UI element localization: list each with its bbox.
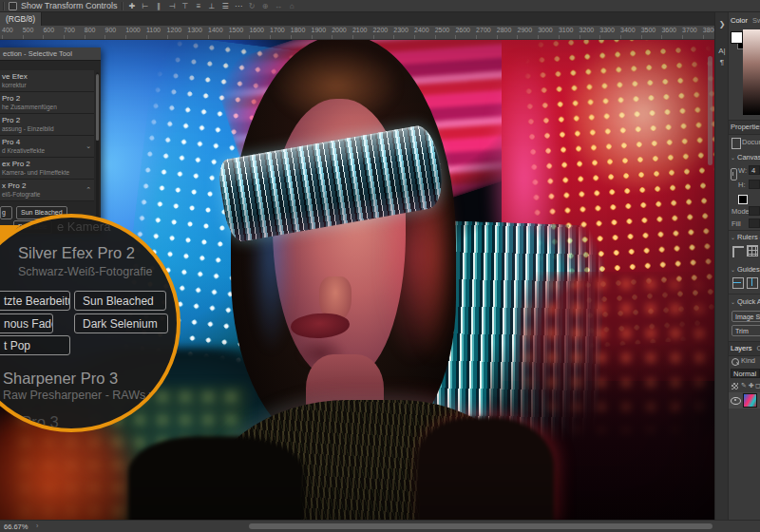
loupe-button-letzte-bearbeitung[interactable]: tzte Bearbeitung xyxy=(0,291,70,311)
document-tab[interactable]: (RGB/8) xyxy=(0,12,42,26)
move-tool-icon[interactable]: ✚ xyxy=(127,1,138,11)
ruler-tick-label: 3300 xyxy=(599,27,615,33)
ruler-tick-label: 2200 xyxy=(373,27,389,33)
blend-mode-dropdown[interactable]: Normal xyxy=(731,369,760,378)
height-field[interactable] xyxy=(749,180,760,189)
nik-filter-item-1[interactable]: Pro 2he Zusammenfügen xyxy=(0,92,94,114)
search-icon[interactable] xyxy=(732,358,739,366)
nik-filter-subtitle: Kamera- und Filmeffekte xyxy=(2,169,94,177)
color-gradient-field[interactable] xyxy=(743,29,760,115)
nik-filter-item-0[interactable]: ve Efexkorrektur xyxy=(0,70,94,92)
dolly-3d-icon[interactable]: ↔ xyxy=(274,1,284,11)
zoom-level-field[interactable]: 66.67% xyxy=(4,522,28,531)
loupe-ghost-text: e Kamera xyxy=(57,219,110,234)
lock-pixels-icon[interactable]: ✎ xyxy=(741,382,747,390)
grid-toggle-icon[interactable] xyxy=(747,245,758,256)
tab-channels[interactable]: Ch xyxy=(757,344,760,352)
scrollbar-thumb[interactable] xyxy=(96,74,99,141)
nik-filter-item-4[interactable]: ex Pro 2Kamera- und Filmeffekte xyxy=(0,158,94,180)
quick-actions-section-header[interactable]: ⌄Quick Actio xyxy=(731,297,760,306)
pan-3d-icon[interactable]: ⊕ xyxy=(260,1,271,11)
divider xyxy=(3,2,5,10)
trim-button[interactable]: Trim xyxy=(732,325,760,336)
loupe-button-pop[interactable]: t Pop xyxy=(0,335,70,355)
loupe-button-luminous-fade[interactable]: nous Fade xyxy=(0,314,53,333)
lock-all-icon[interactable]: ◻ xyxy=(755,382,760,390)
tab-layers[interactable]: Layers xyxy=(731,344,752,352)
image-size-button[interactable]: Image Si xyxy=(732,311,760,322)
preset-button-cut[interactable]: g xyxy=(0,206,12,219)
ruler-tick-label: 2600 xyxy=(455,27,470,33)
vertical-scrollbar[interactable] xyxy=(707,39,713,520)
chevron-down-icon[interactable]: ⌄ xyxy=(86,142,91,150)
tab-swatches[interactable]: Swa xyxy=(752,16,760,25)
options-bar-icons: ✚⊢∥⊣⊤≡⊥☰⋯↻⊕↔⌂ xyxy=(127,1,297,11)
align-left-icon[interactable]: ⊢ xyxy=(141,1,151,11)
divider xyxy=(122,2,124,10)
horizontal-ruler[interactable]: 4005006007008009001000110012001300140015… xyxy=(0,26,714,40)
link-dimensions-icon[interactable] xyxy=(731,168,737,180)
distribute-icon[interactable]: ☰ xyxy=(220,1,231,11)
align-top-icon[interactable]: ⊤ xyxy=(180,1,191,11)
ruler-tick-label: 2500 xyxy=(435,27,450,33)
lock-position-icon[interactable]: ✚ xyxy=(749,382,754,390)
align-bottom-icon[interactable]: ⊥ xyxy=(207,1,218,11)
align-center-h-icon[interactable]: ∥ xyxy=(154,1,164,11)
horizontal-scrollbar-thumb[interactable] xyxy=(249,523,712,529)
mode-dropdown[interactable] xyxy=(749,206,760,216)
foreground-color-swatch[interactable] xyxy=(731,31,743,44)
layer-row[interactable] xyxy=(729,392,760,408)
reset-3d-icon[interactable]: ⌂ xyxy=(287,1,297,11)
guides-section-header[interactable]: ⌄Guides xyxy=(731,265,760,274)
ruler-tick-label: 700 xyxy=(64,27,75,33)
nik-panel-scrollbar[interactable] xyxy=(96,72,99,230)
chevron-down-icon: ⌄ xyxy=(731,299,735,305)
vertical-guide-icon[interactable] xyxy=(747,277,758,289)
mode-label: Mode xyxy=(732,207,750,216)
ruler-tick-label: 3500 xyxy=(641,27,656,33)
nik-filter-item-5[interactable]: x Pro 2eiß-Fotografie⌃ xyxy=(0,180,94,201)
nik-filter-name: ex Pro 2 xyxy=(2,160,94,169)
ruler-tick-label: 3700 xyxy=(682,27,697,33)
kind-filter-label[interactable]: Kind xyxy=(741,356,755,365)
ruler-toggle-icon[interactable] xyxy=(732,246,744,257)
align-right-icon[interactable]: ⊣ xyxy=(167,1,178,11)
nik-filter-item-3[interactable]: Pro 4d Kreativeffekte⌄ xyxy=(0,136,94,158)
canvas-color-swatch[interactable] xyxy=(738,195,748,204)
paragraph-panel-icon[interactable]: ¶ xyxy=(715,58,729,66)
nik-filter-name: Pro 2 xyxy=(2,94,94,104)
layer-visibility-eye-icon[interactable] xyxy=(731,397,741,405)
nik-filter-name: Pro 2 xyxy=(2,116,94,125)
loupe-button-sun-bleached[interactable]: Sun Bleached xyxy=(74,291,166,311)
layer-thumbnail[interactable] xyxy=(743,393,757,408)
loupe-button-dark-selenium[interactable]: Dark Selenium xyxy=(74,314,168,333)
nik-filter-name: ve Efex xyxy=(2,72,94,82)
scrollbar-thumb[interactable] xyxy=(708,56,712,165)
status-bar: 66.67% › xyxy=(0,520,760,532)
loupe-sharpener-title: Sharpener Pro 3 xyxy=(3,370,118,388)
tab-properties[interactable]: Properties xyxy=(731,123,760,131)
more-options-icon[interactable]: ⋯ xyxy=(234,1,244,11)
character-panel-icon[interactable]: A| xyxy=(715,47,729,55)
chevron-up-icon[interactable]: ⌃ xyxy=(86,186,91,194)
width-field[interactable]: 4 xyxy=(749,165,760,175)
right-panel-dock: Color Swa Properties Docume ⌄Canvas W: 4… xyxy=(728,12,760,532)
horizontal-guide-icon[interactable] xyxy=(732,277,744,289)
nik-filter-subtitle: d Kreativeffekte xyxy=(2,147,94,155)
show-transform-label: Show Transform Controls xyxy=(21,1,118,10)
lock-transparency-icon[interactable] xyxy=(732,383,738,390)
ruler-tick-label: 1500 xyxy=(229,27,244,33)
nik-filter-item-2[interactable]: Pro 2assung - Einzelbild xyxy=(0,114,94,136)
canvas-section-header[interactable]: ⌄Canvas xyxy=(731,153,760,162)
layers-panel-tabs: Layers Ch xyxy=(731,344,760,352)
nik-panel-title[interactable]: ection - Selective Tool xyxy=(0,48,101,61)
history-panel-icon[interactable]: ❯ xyxy=(715,20,729,28)
rulers-guides-section-header[interactable]: ⌄Rulers & Gu xyxy=(731,233,760,241)
document-row-label[interactable]: Docume xyxy=(742,138,760,146)
fill-dropdown[interactable] xyxy=(749,218,760,228)
ruler-tick-label: 600 xyxy=(43,27,54,33)
tab-color[interactable]: Color xyxy=(731,16,748,25)
align-middle-icon[interactable]: ≡ xyxy=(194,1,204,11)
orbit-3d-icon[interactable]: ↻ xyxy=(247,1,257,11)
show-transform-checkbox[interactable] xyxy=(9,2,17,10)
